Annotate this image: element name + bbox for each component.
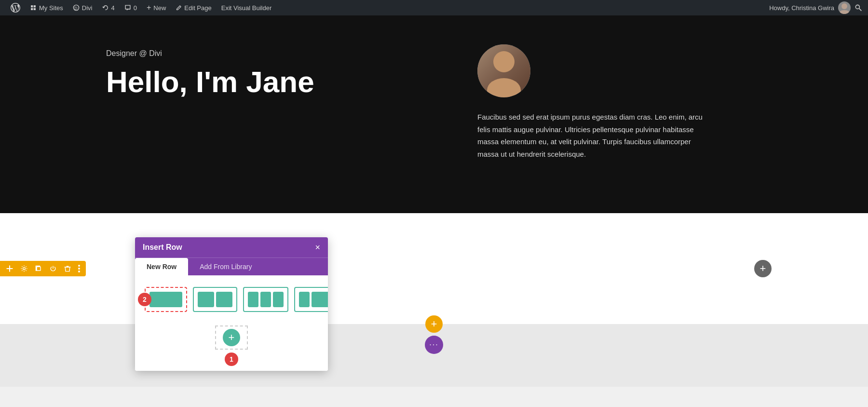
hero-subtitle: Designer @ Divi: [106, 49, 439, 58]
toolbar-power-icon[interactable]: [49, 265, 57, 272]
bottom-more-button[interactable]: ···: [425, 336, 443, 354]
svg-line-4: [859, 9, 862, 11]
step-badge-2: 2: [138, 293, 151, 306]
svg-text:D: D: [74, 6, 77, 11]
new-menu[interactable]: + New: [142, 0, 171, 15]
modal-title: Insert Row: [143, 243, 182, 252]
toolbar-delete-icon[interactable]: [64, 265, 71, 272]
divi-menu[interactable]: D Divi: [68, 0, 97, 15]
row-options: 2: [145, 287, 318, 312]
svg-point-7: [23, 268, 26, 270]
toolbar-duplicate-icon[interactable]: [35, 265, 42, 272]
comments-count: 0: [134, 4, 137, 12]
step-badge-1: 1: [225, 353, 238, 366]
user-avatar[interactable]: [838, 1, 851, 14]
exit-visual-builder[interactable]: Exit Visual Builder: [217, 0, 277, 15]
my-sites-menu[interactable]: My Sites: [25, 0, 68, 15]
hero-avatar: [477, 44, 530, 97]
exit-label: Exit Visual Builder: [221, 4, 272, 12]
hero-left: Designer @ Divi Hello, I'm Jane: [106, 44, 439, 98]
toolbar-more-icon[interactable]: [78, 265, 80, 272]
user-greeting: Howdy, Christina Gwira: [769, 4, 834, 12]
row-option-3col[interactable]: [243, 287, 288, 312]
insert-row-modal: Insert Row × New Row Add From Library 2: [135, 237, 328, 371]
admin-bar-right: Howdy, Christina Gwira: [769, 1, 862, 14]
svg-point-3: [855, 5, 859, 9]
page-content: Designer @ Divi Hello, I'm Jane Faucibus…: [0, 15, 868, 387]
updates-count: 4: [111, 4, 115, 12]
row-option-mixed1[interactable]: [294, 287, 328, 312]
bottom-add-button[interactable]: +: [425, 315, 443, 333]
row-option-2col[interactable]: [193, 287, 237, 312]
middle-section: Insert Row × New Row Add From Library 2: [0, 213, 868, 324]
wp-logo[interactable]: [6, 0, 25, 15]
svg-point-10: [78, 268, 80, 270]
divi-label: Divi: [82, 4, 93, 12]
modal-body: 2: [135, 275, 328, 371]
my-sites-label: My Sites: [39, 4, 63, 12]
hero-right: Faucibus sed sed erat ipsum purus egesta…: [439, 44, 810, 160]
modal-close-button[interactable]: ×: [315, 243, 320, 252]
section-toolbar: [0, 261, 86, 276]
hero-description: Faucibus sed sed erat ipsum purus egesta…: [477, 111, 709, 160]
add-section-gray-button[interactable]: +: [754, 260, 772, 277]
svg-point-11: [78, 271, 80, 272]
modal-header: Insert Row ×: [135, 237, 328, 258]
comments-menu[interactable]: 0: [120, 0, 142, 15]
add-row-dashed-area: +: [215, 326, 248, 350]
toolbar-add-icon[interactable]: [6, 265, 14, 272]
new-label: New: [153, 4, 166, 12]
tab-new-row[interactable]: New Row: [135, 258, 188, 275]
edit-page-menu[interactable]: Edit Page: [171, 0, 216, 15]
bottom-section: + ···: [0, 324, 868, 387]
svg-point-9: [78, 265, 80, 267]
tab-add-from-library[interactable]: Add From Library: [188, 258, 263, 275]
modal-tabs: New Row Add From Library: [135, 258, 328, 275]
search-icon[interactable]: [854, 4, 862, 12]
svg-rect-8: [37, 267, 41, 271]
hero-title: Hello, I'm Jane: [106, 66, 439, 98]
svg-point-2: [841, 3, 847, 9]
admin-bar: My Sites D Divi 4 0 + New Edit Page Exit…: [0, 0, 868, 15]
add-row-button[interactable]: +: [223, 329, 240, 346]
edit-page-label: Edit Page: [184, 4, 211, 12]
updates-menu[interactable]: 4: [97, 0, 120, 15]
hero-section: Designer @ Divi Hello, I'm Jane Faucibus…: [0, 15, 868, 213]
toolbar-settings-icon[interactable]: [20, 265, 28, 272]
